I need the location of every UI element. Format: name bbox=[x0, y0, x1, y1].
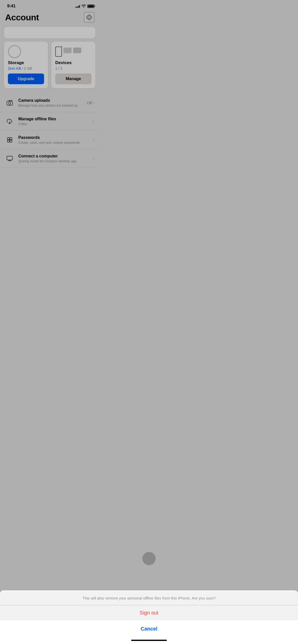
dim-overlay bbox=[0, 0, 99, 215]
